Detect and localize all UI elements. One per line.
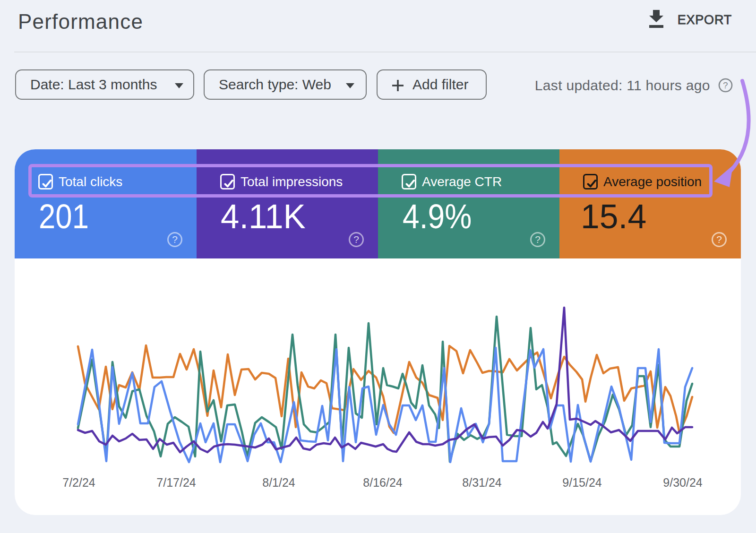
svg-text:?: ? <box>723 80 728 90</box>
